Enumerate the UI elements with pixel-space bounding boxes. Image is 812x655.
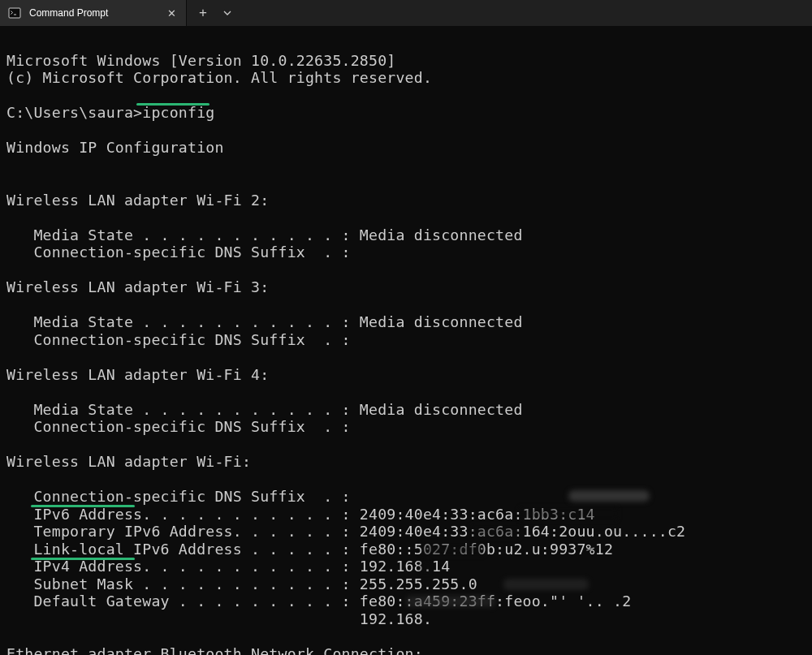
censor-overlay xyxy=(471,526,520,537)
censor-overlay xyxy=(503,579,589,590)
banner-line: (c) Microsoft Corporation. All rights re… xyxy=(6,69,432,86)
output-line: IPv4 Address. . . . . . . . . . . : 192.… xyxy=(6,558,450,575)
censor-overlay xyxy=(421,561,429,572)
adapter-title: Wireless LAN adapter Wi-Fi: xyxy=(6,453,251,470)
output-line: Connection-specific DNS Suffix . : xyxy=(6,488,351,505)
titlebar: Command Prompt ✕ + xyxy=(0,0,812,26)
output-line: Temporary IPv6 Address. . . . . . : 2409… xyxy=(6,523,685,540)
censor-overlay xyxy=(520,508,617,519)
output-line: Media State . . . . . . . . . . . : Medi… xyxy=(6,313,523,330)
highlight-ipv6-address xyxy=(31,505,135,507)
prompt: C:\Users\saura> xyxy=(6,104,142,121)
adapter-title: Wireless LAN adapter Wi-Fi 4: xyxy=(6,366,269,383)
new-tab-button[interactable]: + xyxy=(190,0,216,26)
censor-overlay xyxy=(406,596,495,607)
adapter-title: Wireless LAN adapter Wi-Fi 2: xyxy=(6,192,269,209)
close-icon[interactable]: ✕ xyxy=(165,6,178,19)
censor-overlay xyxy=(422,544,483,555)
terminal-output[interactable]: Microsoft Windows [Version 10.0.22635.28… xyxy=(0,26,812,655)
tab-command-prompt[interactable]: Command Prompt ✕ xyxy=(0,0,187,26)
output-line: Connection-specific DNS Suffix . : xyxy=(6,418,351,435)
tab-dropdown-button[interactable] xyxy=(216,0,239,26)
output-line: IPv6 Address. . . . . . . . . . . : 2409… xyxy=(6,506,595,523)
output-line: Media State . . . . . . . . . . . : Medi… xyxy=(6,401,523,418)
output-line: Connection-specific DNS Suffix . : xyxy=(6,243,351,261)
output-line: 192.168. xyxy=(6,610,432,627)
highlight-ipconfig xyxy=(136,103,209,106)
output-line: Link-local IPv6 Address . . . . . : fe80… xyxy=(6,541,613,558)
tab-title: Command Prompt xyxy=(29,7,157,19)
output-line: Connection-specific DNS Suffix . : xyxy=(6,331,351,348)
section-header: Windows IP Configuration xyxy=(6,139,224,156)
output-line: Media State . . . . . . . . . . . : Medi… xyxy=(6,226,523,243)
terminal-icon xyxy=(8,6,21,19)
banner-line: Microsoft Windows [Version 10.0.22635.28… xyxy=(6,52,395,69)
censor-overlay xyxy=(568,490,650,502)
output-line: Subnet Mask . . . . . . . . . . . : 255.… xyxy=(6,575,477,593)
command-text: ipconfig xyxy=(142,104,214,121)
highlight-ipv4-address xyxy=(31,558,135,560)
output-line: Default Gateway . . . . . . . . . : fe80… xyxy=(6,593,631,610)
adapter-title: Ethernet adapter Bluetooth Network Conne… xyxy=(6,645,423,656)
adapter-title: Wireless LAN adapter Wi-Fi 3: xyxy=(6,278,269,295)
svg-rect-0 xyxy=(9,8,20,18)
